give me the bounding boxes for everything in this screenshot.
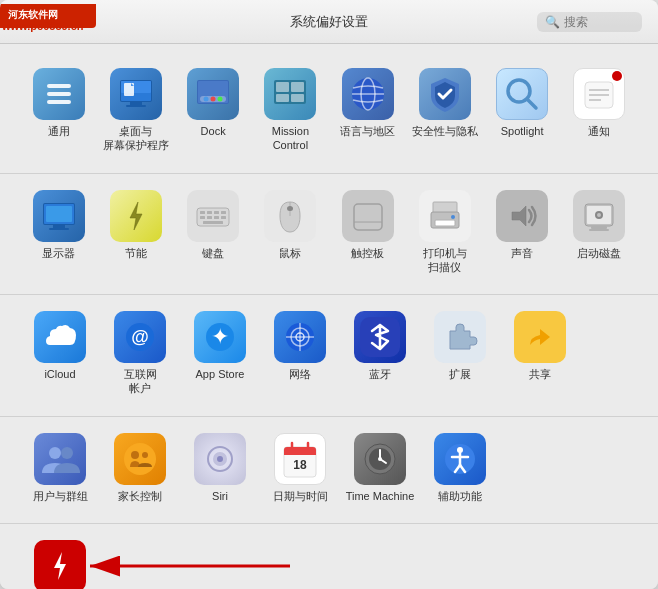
icons-row-3: iCloud @ 互联网帐户 ✦ (20, 307, 638, 400)
security-label: 安全性与隐私 (412, 124, 478, 138)
flash-icon (34, 540, 86, 589)
svg-rect-42 (207, 216, 212, 219)
svg-point-74 (131, 451, 139, 459)
icons-row-2: 显示器 节能 (20, 186, 638, 279)
pref-internet[interactable]: @ 互联网帐户 (100, 307, 180, 400)
pref-appstore[interactable]: ✦ App Store (180, 307, 260, 385)
svg-point-78 (217, 456, 223, 462)
svg-text:@: @ (131, 327, 149, 347)
svg-rect-81 (284, 452, 316, 455)
pref-trackpad[interactable]: 触控板 (329, 186, 406, 264)
icons-row-1: 通用 (20, 64, 638, 157)
svg-point-14 (204, 97, 209, 102)
svg-rect-44 (221, 216, 226, 219)
printer-label: 打印机与扫描仪 (423, 246, 467, 275)
pref-energy[interactable]: 节能 (97, 186, 174, 264)
desktop-icon (110, 68, 162, 120)
parental-label: 家长控制 (118, 489, 162, 503)
svg-rect-2 (47, 92, 71, 96)
system-preferences-window: 河东软件网 www.pc0359.cn 系统偏好设置 🔍 (0, 0, 658, 589)
datetime-label: 日期与时间 (273, 489, 328, 503)
icons-row-bottom: Flash Player (20, 536, 638, 589)
svg-point-15 (211, 97, 216, 102)
icloud-label: iCloud (44, 367, 75, 381)
mouse-icon (264, 190, 316, 242)
close-button[interactable] (12, 15, 25, 28)
general-icon (33, 68, 85, 120)
svg-point-71 (49, 447, 61, 459)
section-personal: 通用 (0, 52, 658, 174)
pref-spotlight[interactable]: Spotlight (484, 64, 561, 142)
pref-notification[interactable]: 通知 (561, 64, 638, 142)
svg-rect-20 (276, 94, 289, 102)
section-system: 用户与群组 家长控制 (0, 417, 658, 524)
pref-sound[interactable]: 声音 (484, 186, 561, 264)
pref-printer[interactable]: 打印机与扫描仪 (406, 186, 483, 279)
parental-icon (114, 433, 166, 485)
extension-icon (434, 311, 486, 363)
svg-text:18: 18 (293, 458, 307, 472)
icons-row-4: 用户与群组 家长控制 (20, 429, 638, 507)
appstore-label: App Store (196, 367, 245, 381)
svg-rect-7 (130, 102, 142, 105)
section-hardware: 显示器 节能 (0, 174, 658, 296)
users-icon (34, 433, 86, 485)
pref-accessibility[interactable]: 辅助功能 (420, 429, 500, 507)
svg-rect-57 (591, 226, 607, 229)
keyboard-label: 键盘 (202, 246, 224, 260)
search-input[interactable] (564, 15, 634, 29)
security-icon (419, 68, 471, 120)
pref-siri[interactable]: Siri (180, 429, 260, 507)
bluetooth-icon (354, 311, 406, 363)
display-label: 显示器 (42, 246, 75, 260)
svg-rect-18 (276, 82, 289, 92)
pref-network[interactable]: 网络 (260, 307, 340, 385)
pref-startup[interactable]: 启动磁盘 (561, 186, 638, 264)
pref-mission[interactable]: MissionControl (252, 64, 329, 157)
svg-point-89 (378, 457, 382, 461)
language-icon (342, 68, 394, 120)
svg-point-73 (124, 443, 156, 475)
keyboard-icon (187, 190, 239, 242)
maximize-button[interactable] (52, 15, 65, 28)
svg-point-53 (451, 215, 455, 219)
pref-general[interactable]: 通用 (20, 64, 97, 142)
svg-rect-43 (214, 216, 219, 219)
general-label: 通用 (48, 124, 70, 138)
pref-timemachine[interactable]: Time Machine (340, 429, 420, 507)
svg-line-26 (527, 99, 536, 108)
pref-parental[interactable]: 家长控制 (100, 429, 180, 507)
search-icon: 🔍 (545, 15, 560, 29)
pref-desktop[interactable]: 桌面与屏幕保护程序 (97, 64, 174, 157)
pref-icloud[interactable]: iCloud (20, 307, 100, 385)
pref-dock[interactable]: Dock (175, 64, 252, 142)
search-box[interactable]: 🔍 (537, 12, 642, 32)
pref-language[interactable]: 语言与地区 (329, 64, 406, 142)
pref-extension[interactable]: 扩展 (420, 307, 500, 385)
language-label: 语言与地区 (340, 124, 395, 138)
svg-rect-48 (354, 204, 382, 230)
pref-flash[interactable]: Flash Player (20, 536, 100, 589)
pref-keyboard[interactable]: 键盘 (175, 186, 252, 264)
sound-icon (496, 190, 548, 242)
pref-bluetooth[interactable]: 蓝牙 (340, 307, 420, 385)
pref-mouse[interactable]: 鼠标 (252, 186, 329, 264)
svg-rect-38 (207, 211, 212, 214)
network-icon (274, 311, 326, 363)
pref-security[interactable]: 安全性与隐私 (406, 64, 483, 142)
dock-icon (187, 68, 239, 120)
pref-display[interactable]: 显示器 (20, 186, 97, 264)
sound-label: 声音 (511, 246, 533, 260)
svg-rect-19 (291, 82, 304, 92)
svg-text:✦: ✦ (211, 324, 229, 349)
pref-users[interactable]: 用户与群组 (20, 429, 100, 507)
pref-datetime[interactable]: 18 日期与时间 (260, 429, 340, 507)
svg-rect-40 (221, 211, 226, 214)
minimize-button[interactable] (32, 15, 45, 28)
svg-rect-8 (126, 105, 146, 107)
accessibility-label: 辅助功能 (438, 489, 482, 503)
extension-label: 扩展 (449, 367, 471, 381)
pref-sharing[interactable]: 共享 (500, 307, 580, 385)
datetime-icon: 18 (274, 433, 326, 485)
svg-point-72 (61, 447, 73, 459)
